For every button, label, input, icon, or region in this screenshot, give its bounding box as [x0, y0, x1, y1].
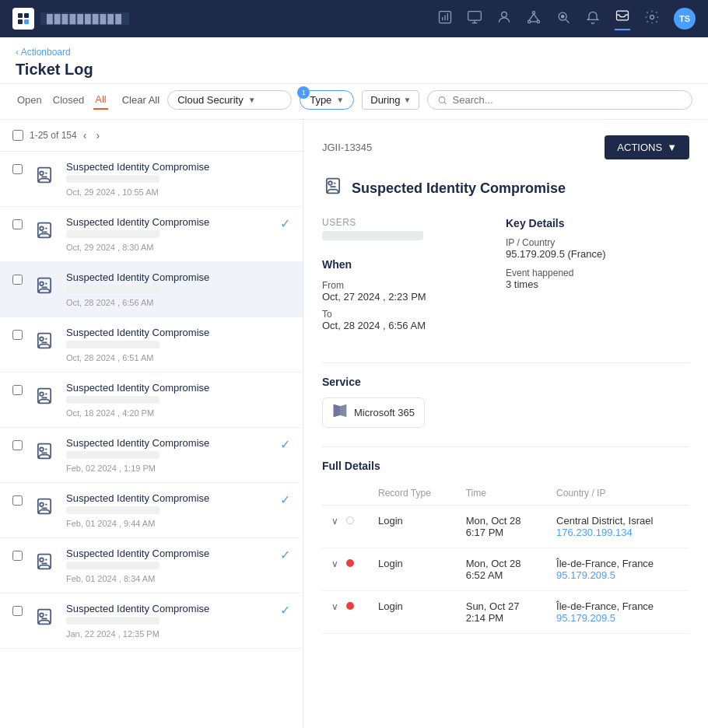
- inbox-icon[interactable]: [615, 8, 630, 30]
- ticket-type-icon: [30, 548, 58, 576]
- record-type-cell: Login: [369, 591, 457, 634]
- tab-all[interactable]: All: [93, 90, 107, 110]
- svg-point-29: [40, 392, 44, 396]
- prev-page-button[interactable]: ‹: [80, 128, 90, 143]
- bell-icon[interactable]: [585, 9, 601, 29]
- search-icon: [437, 95, 447, 106]
- ticket-checkbox[interactable]: [12, 606, 23, 616]
- ticket-checkbox[interactable]: [12, 385, 23, 395]
- ip-value: 176.230.199.134: [556, 527, 680, 538]
- to-row: To Oct, 28 2024 , 6:56 AM: [322, 309, 506, 331]
- expand-row-button[interactable]: ∨: [331, 601, 338, 612]
- record-type-value: Login: [378, 515, 403, 527]
- network-icon[interactable]: [526, 9, 542, 29]
- search-input[interactable]: [453, 94, 682, 106]
- ticket-id: JGII-13345: [322, 142, 372, 153]
- time-value-2: 6:52 AM: [466, 569, 538, 581]
- event-happened-item: Event happened 3 times: [506, 268, 689, 290]
- expand-row-button[interactable]: ∨: [331, 516, 338, 527]
- ticket-type-icon: [30, 327, 58, 355]
- breadcrumb[interactable]: ‹ Actionboard: [16, 47, 692, 58]
- ticket-user-blur: [66, 396, 159, 404]
- ticket-date: Oct, 18 2024 , 4:20 PM: [66, 408, 290, 418]
- record-type-value: Login: [378, 558, 403, 569]
- reports-icon[interactable]: [437, 9, 453, 29]
- ticket-title: Suspected Identity Compromise: [66, 161, 290, 173]
- tab-closed[interactable]: Closed: [51, 91, 86, 109]
- avatar[interactable]: TS: [674, 8, 696, 30]
- detail-title: Suspected Identity Compromise: [322, 175, 689, 201]
- settings-icon[interactable]: [644, 9, 660, 29]
- svg-point-25: [40, 171, 44, 175]
- ticket-type-icon: [30, 161, 58, 189]
- col-time: Time: [457, 481, 547, 506]
- service-name: Microsoft 365: [354, 407, 415, 418]
- ticket-title: Suspected Identity Compromise: [66, 216, 272, 228]
- ticket-checkbox[interactable]: [12, 275, 23, 285]
- svg-line-20: [566, 19, 569, 23]
- type-filter[interactable]: 1 Type ▼: [300, 90, 354, 110]
- actions-button[interactable]: ACTIONS ▼: [605, 135, 689, 159]
- identity-compromise-icon: [322, 175, 344, 201]
- user-icon[interactable]: [496, 9, 512, 29]
- ticket-date: Oct, 29 2024 , 10:55 AM: [66, 187, 290, 197]
- ticket-user-blur: [66, 617, 159, 625]
- search-box[interactable]: [427, 90, 692, 110]
- ticket-list-panel: 1-25 of 154 ‹ › Suspected Identity Compr…: [0, 120, 303, 728]
- tab-open[interactable]: Open: [16, 91, 44, 109]
- svg-rect-1: [24, 13, 29, 18]
- ticket-checkbox[interactable]: [12, 330, 23, 340]
- list-item[interactable]: Suspected Identity Compromise Jan, 22 20…: [0, 593, 303, 649]
- list-item[interactable]: Suspected Identity Compromise Oct, 29 20…: [0, 152, 303, 207]
- ticket-checkbox[interactable]: [12, 495, 23, 506]
- ticket-date: Feb, 02 2024 , 1:19 PM: [66, 464, 272, 473]
- breadcrumb-parent[interactable]: ‹ Actionboard: [16, 47, 71, 58]
- list-item[interactable]: Suspected Identity Compromise Oct, 18 20…: [0, 373, 303, 428]
- list-item[interactable]: Suspected Identity Compromise Feb, 02 20…: [0, 428, 303, 483]
- investigation-icon[interactable]: [556, 9, 571, 29]
- service-label: Service: [322, 376, 689, 388]
- monitor-icon[interactable]: [467, 9, 482, 29]
- actions-arrow-icon: ▼: [667, 142, 677, 153]
- col-record-type: Record Type: [369, 481, 457, 506]
- time-value-2: 2:14 PM: [466, 612, 538, 624]
- list-item[interactable]: Suspected Identity Compromise Feb, 01 20…: [0, 483, 303, 538]
- country-ip-cell: Île-de-France, France 95.179.209.5: [547, 548, 689, 591]
- ticket-checkbox[interactable]: [12, 551, 23, 561]
- status-dot-icon: [346, 516, 354, 524]
- list-item[interactable]: Suspected Identity Compromise Feb, 01 20…: [0, 538, 303, 593]
- select-all-checkbox[interactable]: [12, 130, 23, 141]
- when-label: When: [322, 258, 506, 271]
- col-country-ip: Country / IP: [547, 481, 689, 506]
- country-ip-cell: Central District, Israel 176.230.199.134: [547, 506, 689, 548]
- during-arrow-icon: ▼: [404, 96, 412, 104]
- during-filter[interactable]: During ▼: [362, 90, 419, 110]
- ticket-user-blur: [66, 175, 159, 183]
- ticket-user-blur: [66, 230, 159, 238]
- list-item[interactable]: Suspected Identity Compromise Oct, 28 20…: [0, 317, 303, 373]
- list-item[interactable]: Suspected Identity Compromise Oct, 29 20…: [0, 207, 303, 262]
- list-item[interactable]: Suspected Identity Compromise Oct, 28 20…: [0, 262, 303, 317]
- ticket-content: Suspected Identity Compromise Oct, 29 20…: [66, 216, 272, 252]
- ticket-checkbox[interactable]: [12, 164, 23, 174]
- svg-line-24: [444, 102, 447, 104]
- app-logo[interactable]: [12, 8, 34, 30]
- expand-row-button[interactable]: ∨: [331, 558, 338, 569]
- user-value-blur: [322, 231, 423, 240]
- svg-rect-3: [24, 19, 29, 24]
- row-controls: ∨: [322, 506, 369, 548]
- svg-point-32: [40, 558, 44, 562]
- key-details-label: Key Details: [506, 217, 689, 229]
- time-value: Mon, Oct 28: [466, 558, 538, 569]
- record-type-cell: Login: [369, 548, 457, 591]
- from-value: Oct, 27 2024 , 2:23 PM: [322, 291, 506, 303]
- divider: [322, 362, 689, 363]
- clear-all-label[interactable]: Clear All: [122, 94, 159, 106]
- country-value: Île-de-France, France: [556, 600, 680, 612]
- svg-point-31: [40, 502, 44, 506]
- ticket-checkbox[interactable]: [12, 219, 23, 229]
- cloud-security-filter[interactable]: Cloud Security ▼: [167, 90, 292, 110]
- ticket-date: Feb, 01 2024 , 9:44 AM: [66, 519, 272, 528]
- next-page-button[interactable]: ›: [93, 128, 103, 143]
- ticket-checkbox[interactable]: [12, 440, 23, 450]
